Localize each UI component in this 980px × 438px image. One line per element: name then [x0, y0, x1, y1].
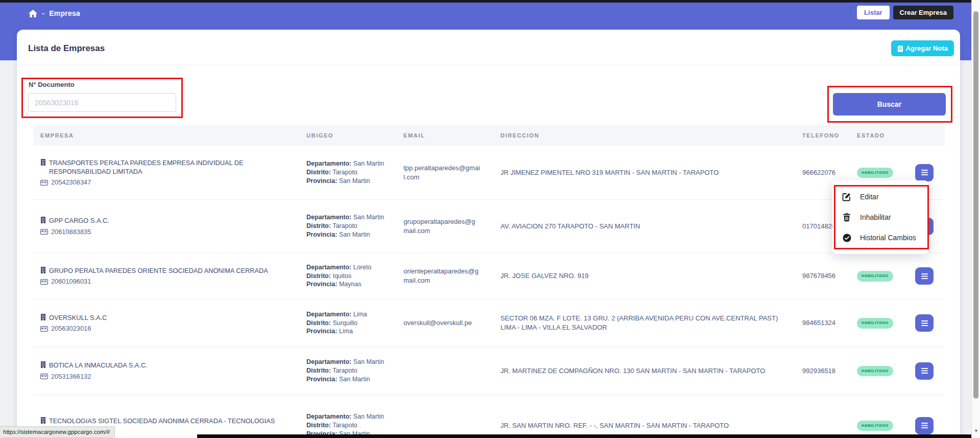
departamento-value: San Martin — [353, 413, 384, 420]
distrito-value: Surquillo — [332, 319, 357, 327]
row-actions-button[interactable] — [915, 362, 934, 380]
building-icon — [40, 217, 46, 223]
breadcrumb-separator: - — [42, 9, 44, 18]
provincia-label: Provincia: — [306, 376, 337, 383]
company-name: GRUPO PERALTA PAREDES ORIENTE SOCIEDAD A… — [49, 266, 268, 275]
telefono-cell — [794, 421, 843, 431]
email-cell — [393, 421, 490, 431]
email-cell: grupoperaltaparedes@gmail.com — [393, 212, 490, 240]
documento-input[interactable] — [28, 93, 176, 112]
documento-label: N° Documento — [29, 81, 75, 88]
distrito-value: Tarapoto — [332, 422, 357, 429]
departamento-label: Departamento: — [306, 160, 351, 167]
company-name: OVERSKULL S.A.C — [49, 313, 107, 322]
empresa-cell: OVERSKULL S.A.C 20563023016 — [33, 308, 296, 338]
distrito-value: Tarapoto — [332, 367, 357, 374]
menu-item-inhabilitar[interactable]: Inhabilitar — [832, 207, 928, 227]
crear-empresa-button[interactable]: Crear Empresa — [893, 6, 954, 19]
company-ruc: 20610883835 — [51, 227, 91, 236]
empresa-cell: GPP CARGO S.A.C. 20610883835 — [33, 211, 296, 241]
menu-item-label: Inhabilitar — [860, 213, 891, 221]
page-title: Lista de Empresas — [28, 43, 105, 54]
provincia-value: Maynas — [339, 281, 362, 288]
company-name: GPP CARGO S.A.C. — [49, 216, 109, 225]
provincia-value: San Martin — [339, 177, 370, 185]
listar-button[interactable]: Listar — [857, 6, 889, 19]
building-icon — [40, 314, 46, 320]
clipboard-icon — [897, 45, 903, 52]
email-cell: overskull@overskull.pe — [393, 313, 490, 333]
taskbar-strip — [197, 434, 980, 438]
header-ubigeo: UBIGEO — [296, 132, 393, 139]
departamento-value: Lima — [353, 311, 367, 318]
table-body: TRANSPORTES PERALTA PAREDES EMPRESA INDI… — [33, 146, 945, 438]
provincia-value: San Martin — [339, 231, 370, 238]
provincia-label: Provincia: — [306, 231, 337, 238]
ubigeo-cell: Departamento: Lima Distrito: Surquillo P… — [296, 305, 393, 341]
row-actions-button[interactable] — [915, 417, 934, 434]
check-circle-icon — [842, 234, 851, 242]
table-row: GRUPO PERALTA PAREDES ORIENTE SOCIEDAD A… — [33, 252, 945, 299]
company-ruc-line: 20601096031 — [40, 277, 289, 286]
departamento-label: Departamento: — [306, 311, 351, 318]
departamento-value: San Martin — [353, 160, 384, 167]
telefono-cell: 984651324 — [794, 313, 843, 333]
company-ruc: 20542308347 — [51, 178, 91, 187]
header-actions: Listar Crear Empresa — [857, 6, 953, 19]
status-badge: HABILITADO — [857, 421, 893, 431]
status-badge: HABILITADO — [857, 168, 893, 178]
direccion-cell: JR. JOSE GALVEZ NRO. 919 — [490, 266, 794, 286]
email-cell: tpp.peraltaparedes@gmail.com — [393, 158, 490, 187]
status-badge: HABILITADO — [857, 318, 893, 329]
departamento-label: Departamento: — [306, 214, 351, 221]
row-actions-button[interactable] — [915, 164, 934, 181]
estado-cell: HABILITADO — [843, 415, 904, 436]
menu-item-label: Historial Cambios — [860, 234, 916, 242]
scrollbar-thumb[interactable] — [973, 11, 978, 399]
actions-cell — [904, 357, 945, 385]
card-header: Lista de Empresas Agregar Nota — [17, 30, 960, 65]
breadcrumb-label[interactable]: Empresa — [49, 9, 80, 17]
provincia-label: Provincia: — [306, 328, 337, 335]
company-ruc: 20531366132 — [51, 372, 91, 381]
header-estado: ESTADO — [843, 132, 904, 139]
row-actions-button[interactable] — [915, 314, 934, 332]
agregar-nota-button[interactable]: Agregar Nota — [891, 40, 954, 56]
home-icon[interactable] — [29, 10, 37, 17]
id-card-icon — [40, 326, 48, 332]
status-badge: HABILITADO — [857, 271, 893, 282]
departamento-value: San Martin — [353, 214, 384, 221]
departamento-label: Departamento: — [306, 413, 351, 420]
distrito-label: Distrito: — [306, 367, 331, 374]
vertical-scrollbar[interactable]: ▼ — [971, 0, 980, 438]
empresa-cell: BOTICA LA INMACULADA S.A.C. 20531366132 — [33, 356, 296, 386]
estado-cell: HABILITADO — [843, 265, 904, 287]
agregar-nota-label: Agregar Nota — [906, 44, 948, 52]
distrito-label: Distrito: — [306, 422, 331, 429]
empresa-cell: GRUPO PERALTA PAREDES ORIENTE SOCIEDAD A… — [33, 261, 296, 291]
provincia-value: Lima — [339, 328, 353, 335]
email-cell — [393, 366, 490, 376]
trash-icon — [842, 213, 851, 222]
distrito-value: Iquitos — [332, 272, 351, 280]
distrito-label: Distrito: — [306, 272, 331, 280]
menu-item-label: Editar — [860, 193, 879, 201]
departamento-label: Departamento: — [306, 264, 351, 271]
id-card-icon — [40, 374, 48, 379]
empresas-table: EMPRESA UBIGEO EMAIL DIRECCION TELEFONO … — [33, 125, 945, 438]
departamento-label: Departamento: — [306, 358, 351, 365]
scrollbar-down-arrow[interactable]: ▼ — [974, 428, 978, 433]
company-ruc: 20563023016 — [51, 324, 91, 333]
row-actions-button[interactable] — [915, 267, 934, 285]
ubigeo-cell: Departamento: San Martin Distrito: Tarap… — [296, 407, 393, 438]
provincia-label: Provincia: — [306, 177, 337, 185]
provincia-label: Provincia: — [306, 281, 337, 288]
menu-item-editar[interactable]: Editar — [832, 187, 928, 207]
buscar-button[interactable]: Buscar — [833, 93, 946, 116]
table-row: BOTICA LA INMACULADA S.A.C. 20531366132 … — [33, 347, 945, 395]
direccion-cell: JR. MARTINEZ DE COMPAGÑON NRO. 130 SAN M… — [490, 361, 794, 381]
ubigeo-cell: Departamento: San Martin Distrito: Tarap… — [296, 208, 393, 244]
provincia-value: San Martin — [339, 376, 370, 383]
menu-item-historial[interactable]: Historial Cambios — [832, 227, 928, 248]
empresa-cell: TRANSPORTES PERALTA PAREDES EMPRESA INDI… — [33, 153, 296, 192]
